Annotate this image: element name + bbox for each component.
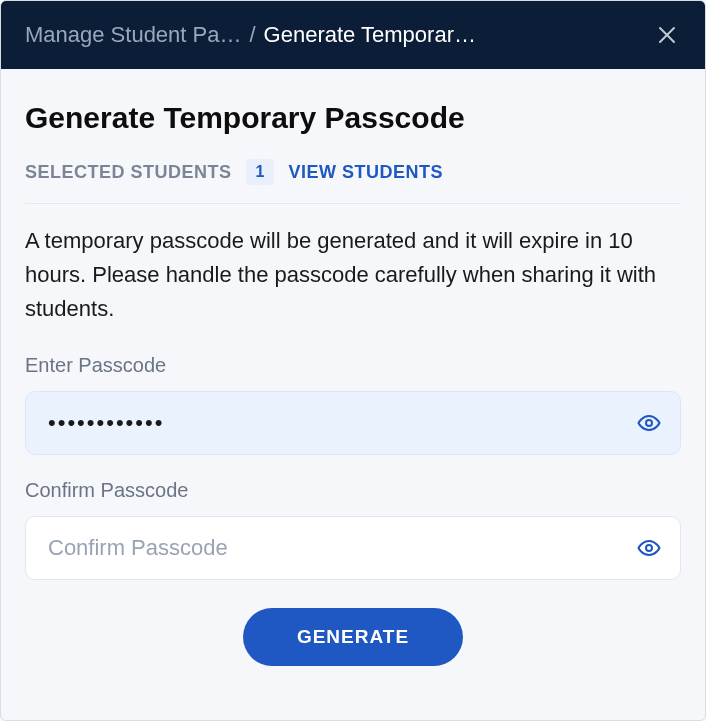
breadcrumb-current: Generate Temporar… xyxy=(264,22,476,48)
modal-footer: GENERATE xyxy=(25,608,681,666)
close-icon xyxy=(655,23,679,47)
breadcrumb-prev[interactable]: Manage Student Pa… xyxy=(25,22,241,48)
description-text: A temporary passcode will be generated a… xyxy=(25,224,681,326)
selected-students-label: SELECTED STUDENTS xyxy=(25,162,232,183)
selected-students-bar: SELECTED STUDENTS 1 VIEW STUDENTS xyxy=(25,159,681,204)
breadcrumb: Manage Student Pa… / Generate Temporar… xyxy=(25,22,641,48)
selected-count-badge: 1 xyxy=(246,159,275,185)
eye-icon xyxy=(637,536,661,560)
confirm-passcode-input[interactable] xyxy=(25,516,681,580)
page-title: Generate Temporary Passcode xyxy=(25,101,681,135)
modal-body: Generate Temporary Passcode SELECTED STU… xyxy=(1,69,705,694)
modal-header: Manage Student Pa… / Generate Temporar… xyxy=(1,1,705,69)
enter-passcode-wrap xyxy=(25,391,681,455)
toggle-enter-passcode-visibility[interactable] xyxy=(635,409,663,437)
confirm-passcode-label: Confirm Passcode xyxy=(25,479,681,502)
generate-button[interactable]: GENERATE xyxy=(243,608,463,666)
generate-passcode-modal: Manage Student Pa… / Generate Temporar… … xyxy=(0,0,706,721)
eye-icon xyxy=(637,411,661,435)
svg-point-3 xyxy=(646,545,652,551)
enter-passcode-group: Enter Passcode xyxy=(25,354,681,455)
enter-passcode-label: Enter Passcode xyxy=(25,354,681,377)
confirm-passcode-wrap xyxy=(25,516,681,580)
toggle-confirm-passcode-visibility[interactable] xyxy=(635,534,663,562)
confirm-passcode-group: Confirm Passcode xyxy=(25,479,681,580)
close-button[interactable] xyxy=(653,21,681,49)
enter-passcode-input[interactable] xyxy=(25,391,681,455)
svg-point-2 xyxy=(646,420,652,426)
view-students-link[interactable]: VIEW STUDENTS xyxy=(288,162,443,183)
breadcrumb-separator: / xyxy=(249,22,255,48)
